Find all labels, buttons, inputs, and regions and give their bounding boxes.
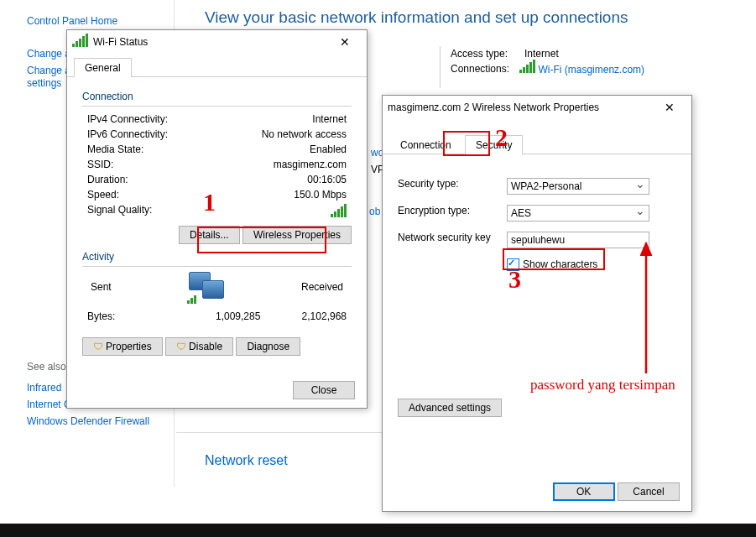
bg-frag-ob: ob <box>369 206 380 217</box>
ssid-value: masgimenz.com <box>274 159 347 170</box>
show-characters-label: Show characters <box>523 258 597 271</box>
link-change-1[interactable]: Change a <box>27 48 70 60</box>
wifi-icon <box>72 37 88 47</box>
properties-button[interactable]: 🛡Properties <box>82 337 163 356</box>
bytes-received-value: 2,102,968 <box>302 310 347 322</box>
network-key-input[interactable] <box>507 232 649 248</box>
diagnose-button[interactable]: Diagnose <box>236 337 300 356</box>
network-key-label: Network security key <box>398 232 507 248</box>
security-type-label: Security type: <box>398 178 507 195</box>
see-also-label: See also <box>27 361 66 373</box>
details-button[interactable]: Details... <box>179 226 240 244</box>
duration-label: Duration: <box>87 174 128 185</box>
shield-icon: 🛡 <box>176 341 186 352</box>
advanced-settings-button[interactable]: Advanced settings <box>398 399 502 417</box>
encryption-type-label: Encryption type: <box>398 205 507 222</box>
tab-security[interactable]: Security <box>465 135 523 154</box>
ok-button[interactable]: OK <box>553 482 615 501</box>
close-icon[interactable]: ✕ <box>653 97 686 117</box>
close-icon[interactable]: ✕ <box>328 32 362 52</box>
ssid-label: SSID: <box>87 159 113 170</box>
wifi-signal-icon <box>519 63 535 73</box>
duration-value: 00:16:05 <box>307 174 347 185</box>
wireless-properties-button[interactable]: Wireless Properties <box>242 226 352 244</box>
group-activity: Activity <box>82 251 352 263</box>
speed-label: Speed: <box>87 189 119 201</box>
wifi-status-window: Wi-Fi Status ✕ General Connection IPv4 C… <box>66 29 368 409</box>
sent-label: Sent <box>91 281 112 293</box>
ipv4-value: Internet <box>312 113 347 125</box>
ipv6-label: IPv6 Connectivity: <box>87 128 168 140</box>
bytes-label: Bytes: <box>87 310 115 322</box>
network-reset-link[interactable]: Network reset <box>205 453 288 468</box>
security-type-select[interactable]: WPA2-Personal <box>507 178 649 195</box>
connections-label: Connections: <box>451 63 509 76</box>
media-state-value: Enabled <box>310 143 347 155</box>
received-label: Received <box>301 281 343 293</box>
control-panel-home[interactable]: Control Panel Home <box>27 15 117 27</box>
tab-connection[interactable]: Connection <box>389 135 462 154</box>
cancel-button[interactable]: Cancel <box>618 482 680 501</box>
link-defender-firewall[interactable]: Windows Defender Firewall <box>27 415 149 427</box>
wireless-properties-window: masgimenz.com 2 Wireless Network Propert… <box>382 95 692 512</box>
link-change-2[interactable]: Change a <box>27 65 70 76</box>
properties-title: masgimenz.com 2 Wireless Network Propert… <box>388 102 599 113</box>
wifi-status-title: Wi-Fi Status <box>93 36 148 48</box>
page-heading: View your basic network information and … <box>205 8 628 27</box>
taskbar[interactable] <box>0 524 756 537</box>
access-type-label: Access type: <box>451 48 508 60</box>
link-infrared[interactable]: Infrared <box>27 382 61 394</box>
activity-icon <box>185 272 227 302</box>
signal-quality-label: Signal Quality: <box>87 204 152 217</box>
wifi-connection-link[interactable]: Wi-Fi (masgimenz.com) <box>538 64 644 76</box>
ipv4-label: IPv4 Connectivity: <box>87 113 168 125</box>
encryption-type-select[interactable]: AES <box>507 205 649 222</box>
tab-general[interactable]: General <box>74 58 132 77</box>
signal-quality-bars-icon <box>331 204 347 217</box>
access-type-value: Internet <box>524 48 669 60</box>
link-settings[interactable]: settings <box>27 77 61 89</box>
media-state-label: Media State: <box>87 143 143 155</box>
disable-button[interactable]: 🛡Disable <box>165 337 233 356</box>
show-characters-checkbox[interactable] <box>507 258 519 271</box>
group-connection: Connection <box>82 91 352 102</box>
speed-value: 150.0 Mbps <box>294 189 347 201</box>
link-internet-options[interactable]: Internet O <box>27 399 71 410</box>
bytes-sent-value: 1,009,285 <box>216 310 260 322</box>
shield-icon: 🛡 <box>93 341 103 352</box>
ipv6-value: No network access <box>262 128 347 140</box>
close-button[interactable]: Close <box>293 381 355 399</box>
